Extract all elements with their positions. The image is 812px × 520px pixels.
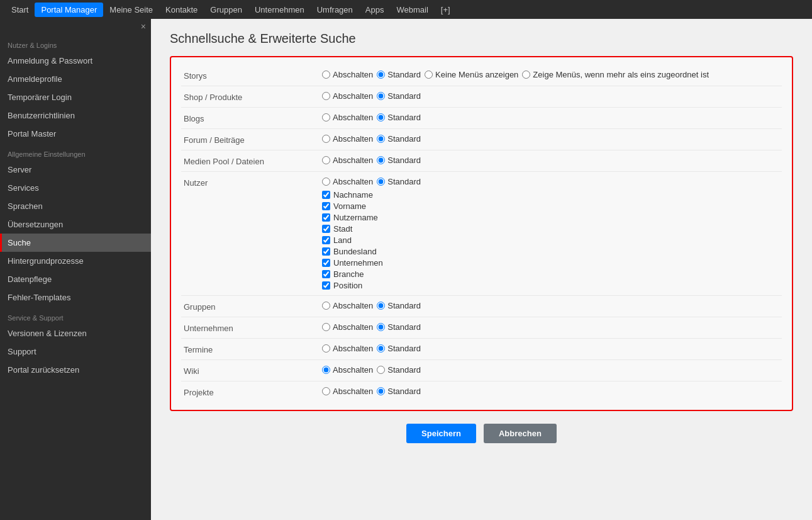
sidebar-item-support[interactable]: Support: [0, 342, 151, 361]
save-button[interactable]: Speichern: [406, 424, 476, 443]
sidebar-item-bersetzungen[interactable]: Übersetzungen: [0, 215, 151, 234]
radio-option[interactable]: Abschalten: [322, 113, 373, 122]
sidebar-item-benutzerrichtlinien[interactable]: Benutzerrichtlinien: [0, 106, 151, 125]
sidebar-item-services[interactable]: Services: [0, 179, 151, 197]
nav-item-meine-seite[interactable]: Meine Seite: [103, 3, 159, 17]
radio-option[interactable]: Standard: [377, 91, 421, 101]
sidebar-item-hintergrundprozesse[interactable]: Hintergrundprozesse: [0, 252, 151, 270]
radio-input[interactable]: [322, 178, 330, 186]
radio-input[interactable]: [322, 302, 330, 310]
radio-option[interactable]: Abschalten: [322, 322, 373, 332]
sidebar-item-server[interactable]: Server: [0, 161, 151, 179]
radio-option[interactable]: Abschalten: [322, 365, 373, 375]
sidebar-item-anmeldung--passwort[interactable]: Anmeldung & Passwort: [0, 52, 151, 70]
radio-option[interactable]: Standard: [377, 70, 421, 79]
checkbox-input[interactable]: [322, 202, 330, 210]
nav-item-kontakte[interactable]: Kontakte: [159, 3, 204, 17]
nav-item-unternehmen[interactable]: Unternehmen: [248, 3, 311, 17]
radio-option[interactable]: Standard: [377, 113, 421, 122]
radio-input[interactable]: [322, 323, 330, 331]
nav-item-webmail[interactable]: Webmail: [390, 3, 434, 17]
nav-item-start[interactable]: Start: [5, 3, 35, 17]
checkbox-option[interactable]: Vorname: [322, 201, 486, 211]
nav-item-gruppen[interactable]: Gruppen: [204, 3, 248, 17]
row-options: AbschaltenStandard: [322, 344, 421, 353]
nav-item-umfragen[interactable]: Umfragen: [311, 3, 359, 17]
checkbox-option[interactable]: Land: [322, 235, 486, 245]
nav-item-portal-manager[interactable]: Portal Manager: [35, 3, 103, 17]
radio-input[interactable]: [322, 135, 330, 143]
radio-input[interactable]: [425, 71, 433, 79]
checkbox-option[interactable]: Nachname: [322, 190, 486, 200]
radio-option[interactable]: Standard: [377, 365, 421, 375]
sidebar-item-versionen--lizenzen[interactable]: Versionen & Lizenzen: [0, 324, 151, 342]
checkbox-input[interactable]: [322, 281, 330, 290]
radio-option[interactable]: Abschalten: [322, 91, 373, 101]
checkbox-input[interactable]: [322, 247, 330, 256]
radio-input[interactable]: [522, 71, 530, 79]
radio-input[interactable]: [322, 92, 330, 100]
sidebar-item-sprachen[interactable]: Sprachen: [0, 197, 151, 215]
radio-option[interactable]: Standard: [377, 155, 421, 165]
checkbox-option[interactable]: Branche: [322, 269, 486, 279]
radio-option[interactable]: Standard: [377, 134, 421, 144]
radio-input[interactable]: [322, 71, 330, 79]
checkbox-input[interactable]: [322, 213, 330, 222]
nav-item-[+][interactable]: [+]: [435, 3, 457, 17]
radio-option[interactable]: Standard: [377, 344, 421, 353]
radio-option[interactable]: Zeige Menüs, wenn mehr als eins zugeordn…: [522, 70, 709, 79]
radio-option[interactable]: Abschalten: [322, 70, 373, 79]
radio-option[interactable]: Keine Menüs anzeigen: [425, 70, 518, 79]
sidebar-item-datenpflege[interactable]: Datenpflege: [0, 270, 151, 288]
radio-input[interactable]: [377, 366, 385, 374]
settings-row: BlogsAbschaltenStandard: [181, 108, 782, 129]
sidebar-item-portal-zurcksetzen[interactable]: Portal zurücksetzen: [0, 361, 151, 379]
radio-option[interactable]: Standard: [377, 177, 421, 186]
checkbox-option[interactable]: Position: [322, 281, 486, 290]
checkbox-input[interactable]: [322, 270, 330, 278]
radio-input[interactable]: [322, 387, 330, 395]
sidebar-close-button[interactable]: ×: [0, 19, 151, 34]
checkbox-input[interactable]: [322, 259, 330, 267]
checkbox-input[interactable]: [322, 225, 330, 233]
settings-row: NutzerAbschaltenStandardNachnameVornameN…: [181, 172, 782, 296]
radio-option[interactable]: Abschalten: [322, 301, 373, 310]
radio-option[interactable]: Abschalten: [322, 177, 373, 186]
cancel-button[interactable]: Abbrechen: [484, 424, 557, 443]
checkbox-option[interactable]: Bundesland: [322, 247, 486, 256]
radio-input[interactable]: [322, 366, 330, 374]
radio-option[interactable]: Standard: [377, 387, 421, 396]
sidebar-item-suche[interactable]: Suche: [0, 234, 151, 252]
radio-input[interactable]: [377, 323, 385, 331]
radio-input[interactable]: [377, 178, 385, 186]
radio-input[interactable]: [377, 71, 385, 79]
radio-input[interactable]: [322, 344, 330, 353]
checkbox-input[interactable]: [322, 191, 330, 199]
sidebar-item-temporrer-login[interactable]: Temporärer Login: [0, 88, 151, 106]
checkbox-option[interactable]: Stadt: [322, 224, 486, 234]
checkbox-input[interactable]: [322, 236, 330, 244]
radio-input[interactable]: [377, 387, 385, 395]
radio-option[interactable]: Abschalten: [322, 344, 373, 353]
checkbox-option[interactable]: Unternehmen: [322, 258, 486, 268]
radio-input[interactable]: [377, 156, 385, 164]
radio-input[interactable]: [322, 113, 330, 122]
nav-item-apps[interactable]: Apps: [359, 3, 391, 17]
radio-input[interactable]: [377, 302, 385, 310]
checkbox-option[interactable]: Nutzername: [322, 213, 486, 222]
radio-input[interactable]: [377, 113, 385, 122]
sidebar-item-fehler-templates[interactable]: Fehler-Templates: [0, 288, 151, 307]
radio-input[interactable]: [322, 156, 330, 164]
radio-option[interactable]: Standard: [377, 301, 421, 310]
radio-input[interactable]: [377, 92, 385, 100]
sidebar-item-anmeldeprofile[interactable]: Anmeldeprofile: [0, 70, 151, 88]
radio-input[interactable]: [377, 344, 385, 353]
radio-option[interactable]: Abschalten: [322, 387, 373, 396]
row-label: Forum / Beiträge: [184, 134, 322, 145]
radio-input[interactable]: [377, 135, 385, 143]
sidebar-item-portal-master[interactable]: Portal Master: [0, 125, 151, 143]
radio-option[interactable]: Standard: [377, 322, 421, 332]
radio-option[interactable]: Abschalten: [322, 155, 373, 165]
radio-option[interactable]: Abschalten: [322, 134, 373, 144]
settings-row: WikiAbschaltenStandard: [181, 360, 782, 382]
